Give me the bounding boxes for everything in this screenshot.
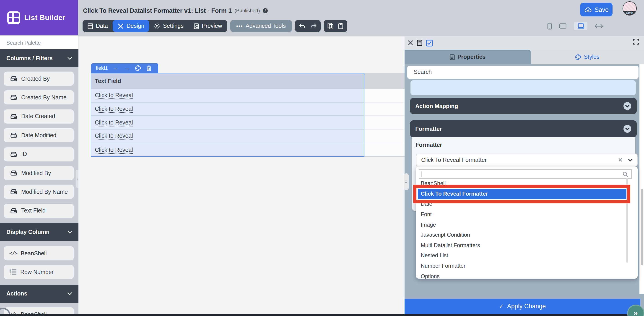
move-right-icon[interactable]: → xyxy=(124,65,130,71)
click-to-reveal-link[interactable]: Click to Reveal xyxy=(95,133,133,139)
panel-scrollbar-thumb[interactable] xyxy=(641,189,643,266)
design-button[interactable]: Design xyxy=(113,20,149,32)
fullscreen-icon[interactable] xyxy=(633,39,639,45)
dropdown-option[interactable]: Nested List xyxy=(416,250,638,260)
click-to-reveal-link[interactable]: Click to Reveal xyxy=(95,92,133,99)
drive-icon xyxy=(9,151,18,157)
formatter-select[interactable]: Click To Reveal Formatter ✕ xyxy=(416,154,638,166)
save-button[interactable]: Save xyxy=(580,3,612,16)
preview-icon xyxy=(194,23,199,29)
palette-icon[interactable] xyxy=(135,65,141,71)
table-row: Click to Reveal xyxy=(91,143,364,157)
dropdown-option[interactable]: Multi Datalist Formatters xyxy=(416,240,638,250)
bottom-edge-bar xyxy=(0,314,644,316)
table-body-extension xyxy=(364,89,404,157)
palette-item[interactable]: ID xyxy=(4,147,74,161)
paste-icon[interactable] xyxy=(338,23,343,29)
select-chevron-icon xyxy=(628,159,632,162)
collapse-chevron-icon[interactable] xyxy=(624,102,631,110)
click-to-reveal-link[interactable]: Click to Reveal xyxy=(95,146,133,153)
dropdown-option[interactable]: Click To Reveal Formatter xyxy=(418,188,627,199)
selected-field-tag: field1 ← → xyxy=(91,63,158,73)
palette-item-label: Date Created xyxy=(21,113,55,120)
laptop-preview-icon xyxy=(577,23,584,29)
mode-button-group: Data Design Settings Preview xyxy=(82,20,227,32)
section-header-display-column[interactable]: Display Column xyxy=(0,223,78,241)
close-panel-icon[interactable] xyxy=(408,40,413,46)
multi-select-checkbox-icon[interactable] xyxy=(426,40,433,46)
svg-text:3: 3 xyxy=(10,273,11,275)
field-id-label: field1 xyxy=(96,66,108,71)
dropdown-option[interactable]: Image xyxy=(416,220,638,230)
palette-item-label: Modified By xyxy=(21,170,51,176)
dropdown-search-box[interactable] xyxy=(419,169,632,179)
styles-palette-icon xyxy=(575,54,581,60)
section-header-columns-filters[interactable]: Columns / Filters xyxy=(0,49,78,67)
data-button[interactable]: Data xyxy=(82,20,113,32)
apply-change-button[interactable]: ✓ Apply Change xyxy=(404,298,640,314)
palette-item-label: Date Modified xyxy=(21,132,56,138)
panel-resize-handle[interactable] xyxy=(404,173,408,190)
dropdown-option[interactable]: Options xyxy=(416,271,638,278)
cloud-upload-icon xyxy=(584,6,592,12)
palette-search-input[interactable] xyxy=(0,40,78,46)
drive-icon xyxy=(9,189,18,195)
palette-item-label: Created By Name xyxy=(21,94,66,101)
main-toolbar: Data Design Settings Preview ••• Advance… xyxy=(82,20,347,32)
dropdown-option[interactable]: Number Formatter xyxy=(416,261,638,271)
palette-item[interactable]: Text Field xyxy=(4,204,74,218)
dropdown-option[interactable]: Date xyxy=(416,199,638,209)
section-formatter[interactable]: Formatter xyxy=(410,120,636,137)
palette-item[interactable]: Modified By Name xyxy=(4,185,74,199)
dropdown-scrollbar[interactable] xyxy=(626,178,628,263)
desktop-preview-active[interactable] xyxy=(574,22,588,30)
properties-search-input[interactable] xyxy=(407,69,638,76)
full-width-preview-icon[interactable] xyxy=(595,24,603,28)
dropdown-option[interactable]: BeanShell xyxy=(416,178,638,188)
tab-styles[interactable]: Styles xyxy=(531,50,644,64)
clear-selection-icon[interactable]: ✕ xyxy=(618,157,622,163)
redo-icon[interactable] xyxy=(310,23,317,29)
palette-item-label: Created By xyxy=(21,76,50,82)
palette-item[interactable]: Date Created xyxy=(4,110,74,124)
panel-toolbar xyxy=(404,36,644,50)
tab-properties[interactable]: Properties xyxy=(404,50,531,64)
palette-item[interactable]: </> BeanShell xyxy=(4,246,74,260)
move-left-icon[interactable]: ← xyxy=(113,65,119,71)
preview-button[interactable]: Preview xyxy=(188,20,227,32)
info-icon[interactable]: i xyxy=(262,8,268,13)
palette-item[interactable]: Created By Name xyxy=(4,90,74,105)
section-action-mapping[interactable]: Action Mapping xyxy=(410,98,636,114)
dropdown-option[interactable]: Javascript Condition xyxy=(416,230,638,240)
palette-item-label: Row Number xyxy=(20,269,54,276)
settings-button[interactable]: Settings xyxy=(149,20,188,32)
palette-item[interactable]: Created By xyxy=(4,72,74,86)
palette-item-label: Text Field xyxy=(21,208,46,214)
drive-icon xyxy=(9,76,18,82)
app-name: List Builder xyxy=(24,14,66,22)
device-preview-switcher xyxy=(547,22,603,30)
row-number-icon: 123 xyxy=(9,269,17,275)
table-column-header[interactable]: Text Field xyxy=(91,73,364,89)
dropdown-option[interactable]: Font xyxy=(416,209,638,220)
search-icon xyxy=(622,172,628,177)
design-icon xyxy=(118,23,124,29)
undo-icon[interactable] xyxy=(298,23,305,29)
double-chevron-right-icon: » xyxy=(634,309,638,316)
tablet-preview-icon[interactable] xyxy=(559,23,566,29)
palette-item[interactable]: Date Modified xyxy=(4,128,74,142)
click-to-reveal-link[interactable]: Click to Reveal xyxy=(95,119,133,126)
copy-icon[interactable] xyxy=(327,23,333,29)
mobile-preview-icon[interactable] xyxy=(547,22,552,30)
collapse-chevron-icon[interactable] xyxy=(624,125,631,133)
palette-item[interactable]: 123 Row Number xyxy=(4,265,74,279)
drive-icon xyxy=(9,94,18,100)
form-view-icon[interactable] xyxy=(417,40,422,46)
section-header-actions[interactable]: Actions xyxy=(0,285,78,302)
delete-icon[interactable] xyxy=(147,65,152,71)
palette-item[interactable]: Modified By xyxy=(4,166,74,180)
table-header-extension xyxy=(364,73,404,89)
user-avatar[interactable]: admin xyxy=(622,1,637,16)
click-to-reveal-link[interactable]: Click to Reveal xyxy=(95,106,133,112)
advanced-tools-button[interactable]: ••• Advanced Tools xyxy=(230,20,292,32)
